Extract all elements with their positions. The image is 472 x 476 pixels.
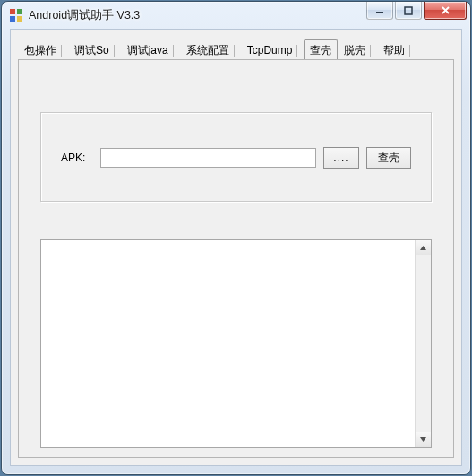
svg-rect-2: [10, 16, 15, 22]
maximize-icon: [404, 6, 413, 15]
tab-label: 脱壳: [344, 44, 365, 56]
apk-groupbox: APK: .... 查壳: [40, 112, 432, 202]
tab-debug-java[interactable]: 调试java: [121, 39, 180, 61]
tab-tcpdump[interactable]: TcpDump: [241, 39, 305, 61]
svg-marker-9: [420, 437, 426, 442]
apk-label: APK:: [61, 151, 93, 164]
apk-row: APK: .... 查壳: [61, 147, 411, 169]
svg-rect-4: [376, 12, 383, 13]
output-text: [45, 242, 413, 446]
tab-check-shell[interactable]: 查壳: [304, 39, 338, 60]
scroll-up-button[interactable]: [416, 240, 431, 255]
svg-rect-0: [10, 9, 15, 14]
tab-label: 帮助: [383, 44, 405, 56]
tab-label: 系统配置: [186, 44, 229, 56]
browse-button[interactable]: ....: [323, 147, 359, 169]
svg-rect-5: [405, 7, 412, 14]
tab-label: 调试java: [127, 44, 168, 56]
tab-help[interactable]: 帮助: [377, 39, 416, 61]
application-window: Android调试助手 V3.3 包操作 调试So 调试java 系统配置 Tc…: [2, 2, 470, 474]
tab-panel-check-shell: APK: .... 查壳: [18, 59, 454, 458]
chevron-down-icon: [420, 437, 426, 442]
client-area: 包操作 调试So 调试java 系统配置 TcpDump 查壳 脱壳 帮助 AP…: [10, 29, 462, 466]
check-shell-button[interactable]: 查壳: [366, 147, 411, 169]
window-title: Android调试助手 V3.3: [29, 8, 140, 23]
maximize-button[interactable]: [395, 2, 422, 20]
window-controls: [366, 2, 467, 20]
tab-label: TcpDump: [247, 44, 293, 56]
tab-package-ops[interactable]: 包操作: [18, 39, 68, 61]
tab-strip: 包操作 调试So 调试java 系统配置 TcpDump 查壳 脱壳 帮助: [11, 30, 461, 60]
svg-rect-1: [17, 9, 22, 14]
apk-path-input[interactable]: [100, 148, 316, 168]
svg-rect-3: [17, 16, 22, 22]
title-bar[interactable]: Android调试助手 V3.3: [2, 2, 470, 29]
minimize-button[interactable]: [366, 2, 393, 20]
tab-unpack-shell[interactable]: 脱壳: [338, 39, 377, 61]
tab-label: 调试So: [74, 44, 109, 56]
close-button[interactable]: [424, 2, 467, 20]
tab-debug-so[interactable]: 调试So: [68, 39, 121, 61]
output-box[interactable]: [40, 239, 432, 448]
tab-label: 包操作: [24, 44, 56, 56]
tab-system-config[interactable]: 系统配置: [180, 39, 241, 61]
output-scrollbar[interactable]: [415, 240, 431, 447]
svg-marker-8: [420, 246, 426, 250]
chevron-up-icon: [420, 246, 426, 250]
close-icon: [441, 5, 451, 15]
app-icon: [9, 8, 23, 22]
minimize-icon: [375, 6, 384, 15]
tab-label: 查壳: [310, 44, 331, 56]
scroll-down-button[interactable]: [416, 432, 431, 447]
